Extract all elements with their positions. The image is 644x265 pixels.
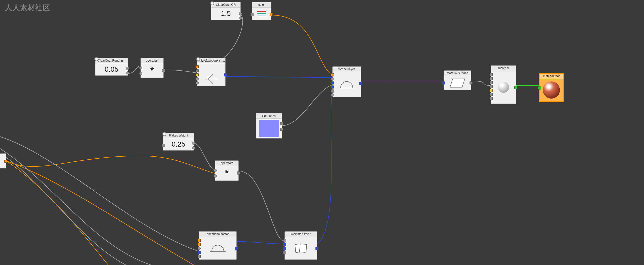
multiply-icon: * [150,65,154,76]
node-offscreen[interactable] [0,153,6,168]
input-port[interactable] [490,85,493,88]
output-port[interactable] [239,17,242,20]
node-scratches[interactable]: Scratches [256,113,282,139]
input-port[interactable] [198,239,201,242]
node-title: fresnel layer [333,67,361,72]
input-port[interactable] [283,247,286,250]
node-flakes-weight[interactable]: Flakes Weight 0.25 [163,133,194,151]
material-preview-icon [543,81,560,99]
input-port[interactable] [198,243,201,246]
node-title: ClearCoat Roughn... [95,58,128,63]
input-port[interactable] [196,73,199,76]
output-port[interactable] [280,128,283,131]
node-title: material root [540,74,563,79]
pin-icon [196,57,200,61]
input-port[interactable] [331,94,334,97]
input-port[interactable] [490,97,493,100]
input-port[interactable] [490,89,493,92]
canvas-grid [0,0,644,265]
watermark-text: 人人素材社区 [5,3,50,13]
node-material-root[interactable]: material root [539,73,564,102]
output-port[interactable] [162,69,165,72]
input-port[interactable] [196,69,199,72]
dome-icon [211,245,224,251]
node-value: 1.5 [221,10,231,18]
node-microfacet-ggx[interactable]: microfacet ggx sm... [197,58,226,86]
sphere-icon [498,82,509,93]
output-port[interactable] [126,67,129,70]
input-port[interactable] [331,81,334,84]
node-clearcoat-ior[interactable]: ClearCoat IOR 1.5 [211,2,241,20]
output-port[interactable] [235,247,238,250]
input-port[interactable] [139,66,142,69]
output-port[interactable] [192,142,195,145]
node-title: operator* [141,58,163,63]
input-port[interactable] [331,90,334,93]
node-title: Scratches [256,113,282,119]
input-port[interactable] [198,255,201,258]
input-port[interactable] [283,251,286,254]
input-port[interactable] [283,239,286,242]
node-material-surface[interactable]: material surface [444,70,471,90]
output-port[interactable] [359,82,362,85]
output-port[interactable] [239,12,242,15]
output-port[interactable] [315,247,318,250]
node-title: operator* [215,161,238,166]
node-title: microfacet ggx sm... [197,58,225,63]
input-port[interactable] [196,77,199,80]
node-title: directional factor [199,232,236,237]
input-port[interactable] [331,85,334,89]
input-port[interactable] [490,81,493,84]
node-title: color [252,2,271,8]
output-port[interactable] [280,122,283,125]
node-directional-factor[interactable]: directional factor [199,231,237,260]
input-port[interactable] [139,72,142,75]
output-port[interactable] [270,13,273,16]
node-fresnel-layer[interactable]: fresnel layer [332,66,361,97]
multiply-icon: * [225,168,229,179]
output-port[interactable] [224,73,227,76]
output-port[interactable] [470,81,473,84]
color-swatch [259,120,279,137]
input-port[interactable] [442,81,445,84]
input-port[interactable] [490,73,493,76]
input-port[interactable] [490,93,493,96]
output-port[interactable] [192,146,195,149]
input-port[interactable] [331,77,334,80]
node-color[interactable]: color [252,2,271,20]
pin-icon [210,1,214,5]
input-port[interactable] [196,81,199,84]
input-port[interactable] [196,65,199,68]
input-port[interactable] [214,174,217,178]
surface-icon [450,78,466,88]
pin-icon [162,132,166,136]
node-weighted-layer[interactable]: weighted layer [284,231,317,260]
input-port[interactable] [283,243,286,246]
input-port[interactable] [251,13,254,16]
dome-icon [340,81,353,88]
input-port[interactable] [214,169,217,172]
node-title: Flakes Weight [163,133,194,138]
output-port[interactable] [126,71,129,74]
input-port[interactable] [331,73,334,76]
input-port[interactable] [490,77,493,80]
output-port[interactable] [237,171,240,174]
output-port[interactable] [4,160,7,163]
node-title: weighted layer [285,232,317,237]
node-title: material surface [444,71,471,76]
input-port[interactable] [538,86,541,90]
node-value: 0.25 [172,140,186,148]
pin-icon [94,57,98,61]
node-material[interactable]: material [491,65,516,104]
microfacet-icon [206,70,217,79]
layers-icon [295,244,307,252]
node-operator-multiply[interactable]: operator* * [140,58,164,78]
node-title: material [491,66,516,71]
output-port[interactable] [514,86,517,89]
input-port[interactable] [162,144,165,147]
input-port[interactable] [198,251,201,254]
node-title: ClearCoat IOR [211,2,240,8]
node-operator-multiply-2[interactable]: operator* * [215,160,239,181]
input-port[interactable] [198,247,201,250]
node-clearcoat-roughness[interactable]: ClearCoat Roughn... 0.05 [95,58,128,76]
